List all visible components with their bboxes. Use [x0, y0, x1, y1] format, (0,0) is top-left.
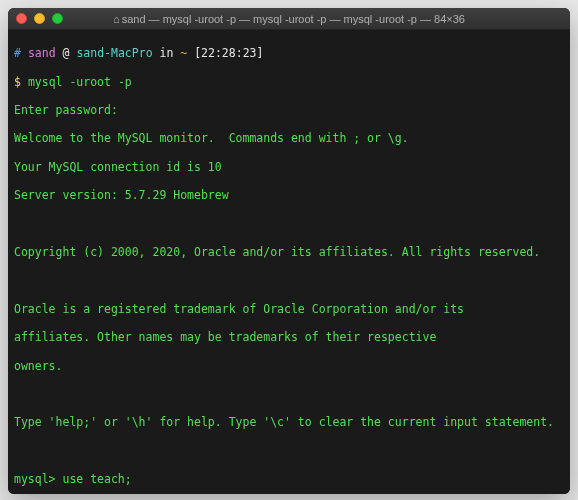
- output-line: [14, 387, 564, 401]
- prompt-hash: #: [14, 46, 21, 60]
- output-line: Copyright (c) 2000, 2020, Oracle and/or …: [14, 245, 564, 259]
- shell-prompt-line: # sand @ sand-MacPro in ~ [22:28:23]: [14, 46, 564, 60]
- minimize-icon[interactable]: [34, 13, 45, 24]
- mysql-prompt: mysql>: [14, 472, 56, 486]
- terminal-body[interactable]: # sand @ sand-MacPro in ~ [22:28:23] $ m…: [8, 30, 570, 494]
- prompt-at: @: [63, 46, 70, 60]
- shell-command-line: $ mysql -uroot -p: [14, 75, 564, 89]
- terminal-window: ⌂sand — mysql -uroot -p — mysql -uroot -…: [8, 8, 570, 494]
- titlebar[interactable]: ⌂sand — mysql -uroot -p — mysql -uroot -…: [8, 8, 570, 30]
- prompt-time: [22:28:23]: [194, 46, 263, 60]
- home-icon: ⌂: [113, 13, 120, 25]
- close-icon[interactable]: [16, 13, 27, 24]
- prompt-dollar: $: [14, 75, 21, 89]
- mysql-command-line: mysql> use teach;: [14, 472, 564, 486]
- typed-command: use teach;: [62, 472, 131, 486]
- output-line: Type 'help;' or '\h' for help. Type '\c'…: [14, 415, 564, 429]
- window-title: ⌂sand — mysql -uroot -p — mysql -uroot -…: [16, 13, 562, 25]
- output-line: Oracle is a registered trademark of Orac…: [14, 302, 564, 316]
- output-line: affiliates. Other names may be trademark…: [14, 330, 564, 344]
- output-line: Your MySQL connection id is 10: [14, 160, 564, 174]
- prompt-path: ~: [180, 46, 187, 60]
- traffic-lights: [16, 13, 63, 24]
- prompt-in: in: [160, 46, 174, 60]
- output-line: Server version: 5.7.29 Homebrew: [14, 188, 564, 202]
- window-title-text: sand — mysql -uroot -p — mysql -uroot -p…: [122, 13, 465, 25]
- output-line: Enter password:: [14, 103, 564, 117]
- maximize-icon[interactable]: [52, 13, 63, 24]
- output-line: owners.: [14, 359, 564, 373]
- output-line: Welcome to the MySQL monitor. Commands e…: [14, 131, 564, 145]
- prompt-user: sand: [28, 46, 56, 60]
- output-line: [14, 273, 564, 287]
- typed-command: mysql -uroot -p: [28, 75, 132, 89]
- prompt-host: sand-MacPro: [76, 46, 152, 60]
- output-line: [14, 217, 564, 231]
- output-line: [14, 444, 564, 458]
